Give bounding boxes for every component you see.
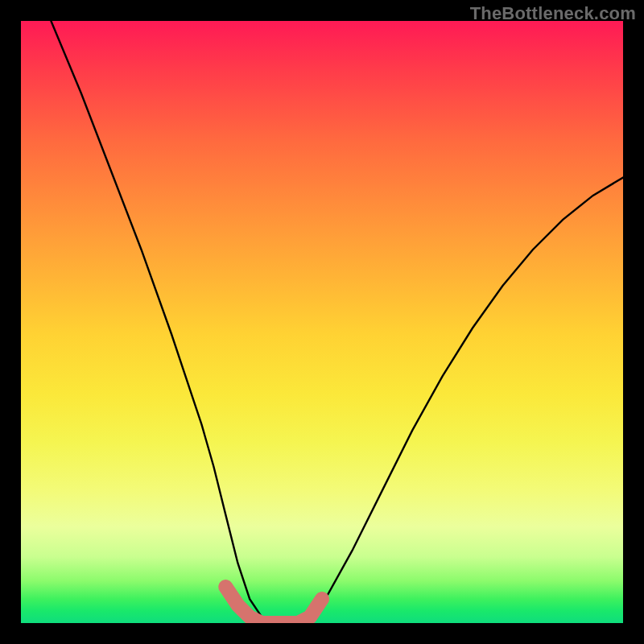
mismatch-curve	[51, 21, 623, 623]
plot-area	[21, 21, 623, 623]
chart-svg	[21, 21, 623, 623]
watermark-text: TheBottleneck.com	[470, 3, 636, 24]
bottleneck-zone	[225, 587, 322, 623]
chart-frame: TheBottleneck.com	[0, 0, 644, 644]
